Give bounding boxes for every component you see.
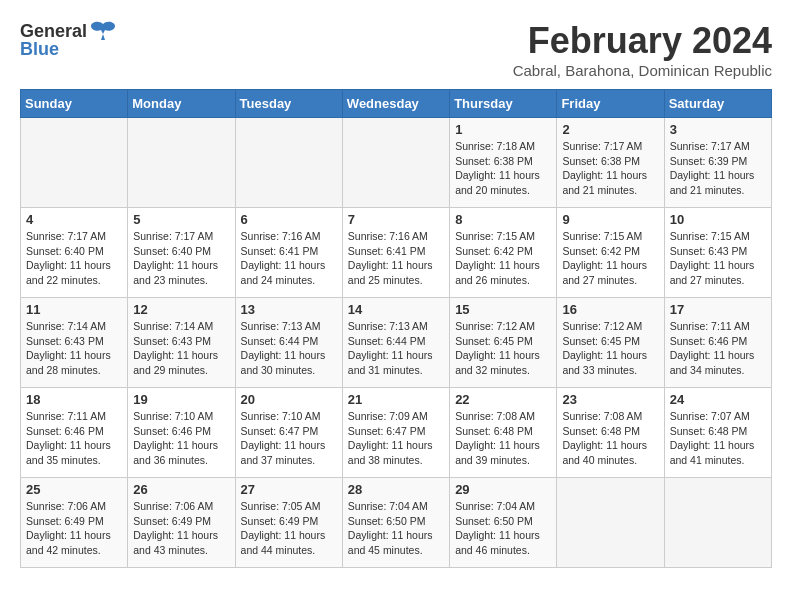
day-of-week-header: Tuesday	[235, 90, 342, 118]
calendar-cell: 2Sunrise: 7:17 AM Sunset: 6:38 PM Daylig…	[557, 118, 664, 208]
calendar-cell: 5Sunrise: 7:17 AM Sunset: 6:40 PM Daylig…	[128, 208, 235, 298]
day-number: 12	[133, 302, 229, 317]
day-number: 22	[455, 392, 551, 407]
logo-blue: Blue	[20, 40, 59, 60]
calendar-cell: 21Sunrise: 7:09 AM Sunset: 6:47 PM Dayli…	[342, 388, 449, 478]
calendar-cell: 29Sunrise: 7:04 AM Sunset: 6:50 PM Dayli…	[450, 478, 557, 568]
calendar-cell: 25Sunrise: 7:06 AM Sunset: 6:49 PM Dayli…	[21, 478, 128, 568]
day-info: Sunrise: 7:17 AM Sunset: 6:39 PM Dayligh…	[670, 139, 766, 198]
day-info: Sunrise: 7:13 AM Sunset: 6:44 PM Dayligh…	[241, 319, 337, 378]
day-number: 27	[241, 482, 337, 497]
day-info: Sunrise: 7:11 AM Sunset: 6:46 PM Dayligh…	[26, 409, 122, 468]
day-number: 2	[562, 122, 658, 137]
day-info: Sunrise: 7:12 AM Sunset: 6:45 PM Dayligh…	[455, 319, 551, 378]
day-number: 7	[348, 212, 444, 227]
day-info: Sunrise: 7:17 AM Sunset: 6:40 PM Dayligh…	[133, 229, 229, 288]
day-number: 26	[133, 482, 229, 497]
day-of-week-header: Monday	[128, 90, 235, 118]
day-of-week-header: Sunday	[21, 90, 128, 118]
day-number: 10	[670, 212, 766, 227]
title-section: February 2024 Cabral, Barahona, Dominica…	[513, 20, 772, 79]
calendar-cell: 17Sunrise: 7:11 AM Sunset: 6:46 PM Dayli…	[664, 298, 771, 388]
calendar-cell: 23Sunrise: 7:08 AM Sunset: 6:48 PM Dayli…	[557, 388, 664, 478]
day-number: 3	[670, 122, 766, 137]
day-info: Sunrise: 7:16 AM Sunset: 6:41 PM Dayligh…	[348, 229, 444, 288]
day-info: Sunrise: 7:05 AM Sunset: 6:49 PM Dayligh…	[241, 499, 337, 558]
day-of-week-header: Friday	[557, 90, 664, 118]
day-info: Sunrise: 7:06 AM Sunset: 6:49 PM Dayligh…	[133, 499, 229, 558]
calendar-cell: 22Sunrise: 7:08 AM Sunset: 6:48 PM Dayli…	[450, 388, 557, 478]
calendar-table: SundayMondayTuesdayWednesdayThursdayFrid…	[20, 89, 772, 568]
day-info: Sunrise: 7:08 AM Sunset: 6:48 PM Dayligh…	[562, 409, 658, 468]
logo: General Blue	[20, 20, 117, 60]
day-number: 11	[26, 302, 122, 317]
calendar-week-row: 4Sunrise: 7:17 AM Sunset: 6:40 PM Daylig…	[21, 208, 772, 298]
day-info: Sunrise: 7:06 AM Sunset: 6:49 PM Dayligh…	[26, 499, 122, 558]
calendar-title: February 2024	[513, 20, 772, 62]
day-info: Sunrise: 7:18 AM Sunset: 6:38 PM Dayligh…	[455, 139, 551, 198]
day-info: Sunrise: 7:17 AM Sunset: 6:40 PM Dayligh…	[26, 229, 122, 288]
calendar-cell: 14Sunrise: 7:13 AM Sunset: 6:44 PM Dayli…	[342, 298, 449, 388]
day-number: 18	[26, 392, 122, 407]
day-number: 13	[241, 302, 337, 317]
day-info: Sunrise: 7:04 AM Sunset: 6:50 PM Dayligh…	[455, 499, 551, 558]
day-info: Sunrise: 7:09 AM Sunset: 6:47 PM Dayligh…	[348, 409, 444, 468]
calendar-cell: 6Sunrise: 7:16 AM Sunset: 6:41 PM Daylig…	[235, 208, 342, 298]
calendar-cell: 20Sunrise: 7:10 AM Sunset: 6:47 PM Dayli…	[235, 388, 342, 478]
day-info: Sunrise: 7:14 AM Sunset: 6:43 PM Dayligh…	[26, 319, 122, 378]
calendar-cell	[235, 118, 342, 208]
header: General Blue February 2024 Cabral, Barah…	[20, 20, 772, 79]
calendar-week-row: 25Sunrise: 7:06 AM Sunset: 6:49 PM Dayli…	[21, 478, 772, 568]
calendar-week-row: 1Sunrise: 7:18 AM Sunset: 6:38 PM Daylig…	[21, 118, 772, 208]
day-info: Sunrise: 7:10 AM Sunset: 6:46 PM Dayligh…	[133, 409, 229, 468]
day-number: 24	[670, 392, 766, 407]
calendar-header-row: SundayMondayTuesdayWednesdayThursdayFrid…	[21, 90, 772, 118]
calendar-cell: 15Sunrise: 7:12 AM Sunset: 6:45 PM Dayli…	[450, 298, 557, 388]
day-number: 15	[455, 302, 551, 317]
day-number: 14	[348, 302, 444, 317]
day-info: Sunrise: 7:08 AM Sunset: 6:48 PM Dayligh…	[455, 409, 551, 468]
calendar-cell: 27Sunrise: 7:05 AM Sunset: 6:49 PM Dayli…	[235, 478, 342, 568]
day-number: 23	[562, 392, 658, 407]
day-info: Sunrise: 7:04 AM Sunset: 6:50 PM Dayligh…	[348, 499, 444, 558]
calendar-cell: 28Sunrise: 7:04 AM Sunset: 6:50 PM Dayli…	[342, 478, 449, 568]
calendar-cell	[664, 478, 771, 568]
calendar-cell	[128, 118, 235, 208]
day-number: 16	[562, 302, 658, 317]
day-info: Sunrise: 7:13 AM Sunset: 6:44 PM Dayligh…	[348, 319, 444, 378]
logo-bird-icon	[89, 20, 117, 44]
calendar-cell	[21, 118, 128, 208]
calendar-cell: 8Sunrise: 7:15 AM Sunset: 6:42 PM Daylig…	[450, 208, 557, 298]
calendar-cell	[557, 478, 664, 568]
day-number: 21	[348, 392, 444, 407]
day-info: Sunrise: 7:15 AM Sunset: 6:42 PM Dayligh…	[562, 229, 658, 288]
calendar-week-row: 18Sunrise: 7:11 AM Sunset: 6:46 PM Dayli…	[21, 388, 772, 478]
day-number: 4	[26, 212, 122, 227]
day-info: Sunrise: 7:17 AM Sunset: 6:38 PM Dayligh…	[562, 139, 658, 198]
day-number: 9	[562, 212, 658, 227]
calendar-cell: 3Sunrise: 7:17 AM Sunset: 6:39 PM Daylig…	[664, 118, 771, 208]
day-number: 29	[455, 482, 551, 497]
calendar-cell: 13Sunrise: 7:13 AM Sunset: 6:44 PM Dayli…	[235, 298, 342, 388]
day-of-week-header: Wednesday	[342, 90, 449, 118]
day-info: Sunrise: 7:14 AM Sunset: 6:43 PM Dayligh…	[133, 319, 229, 378]
day-number: 8	[455, 212, 551, 227]
day-info: Sunrise: 7:15 AM Sunset: 6:42 PM Dayligh…	[455, 229, 551, 288]
day-of-week-header: Saturday	[664, 90, 771, 118]
day-info: Sunrise: 7:10 AM Sunset: 6:47 PM Dayligh…	[241, 409, 337, 468]
calendar-cell: 4Sunrise: 7:17 AM Sunset: 6:40 PM Daylig…	[21, 208, 128, 298]
day-number: 5	[133, 212, 229, 227]
day-number: 20	[241, 392, 337, 407]
calendar-cell: 19Sunrise: 7:10 AM Sunset: 6:46 PM Dayli…	[128, 388, 235, 478]
day-info: Sunrise: 7:07 AM Sunset: 6:48 PM Dayligh…	[670, 409, 766, 468]
day-of-week-header: Thursday	[450, 90, 557, 118]
calendar-cell: 24Sunrise: 7:07 AM Sunset: 6:48 PM Dayli…	[664, 388, 771, 478]
calendar-cell: 1Sunrise: 7:18 AM Sunset: 6:38 PM Daylig…	[450, 118, 557, 208]
calendar-cell: 26Sunrise: 7:06 AM Sunset: 6:49 PM Dayli…	[128, 478, 235, 568]
calendar-cell: 10Sunrise: 7:15 AM Sunset: 6:43 PM Dayli…	[664, 208, 771, 298]
day-number: 1	[455, 122, 551, 137]
calendar-cell: 18Sunrise: 7:11 AM Sunset: 6:46 PM Dayli…	[21, 388, 128, 478]
day-number: 19	[133, 392, 229, 407]
day-info: Sunrise: 7:15 AM Sunset: 6:43 PM Dayligh…	[670, 229, 766, 288]
calendar-cell: 16Sunrise: 7:12 AM Sunset: 6:45 PM Dayli…	[557, 298, 664, 388]
